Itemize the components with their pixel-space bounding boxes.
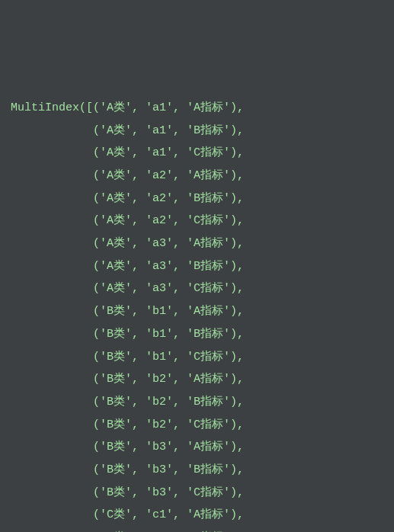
code-line: ('A类', 'a3', 'A指标'),	[11, 232, 383, 255]
code-line: ('B类', 'b1', 'A指标'),	[11, 300, 383, 323]
code-line: ('A类', 'a3', 'B指标'),	[11, 255, 383, 278]
code-line: ('C类', 'c1', 'A指标'),	[11, 504, 383, 527]
code-line: ('C类', 'c1', 'B指标'),	[11, 527, 383, 532]
code-line: ('B类', 'b2', 'C指标'),	[11, 414, 383, 437]
code-line: ('B类', 'b3', 'C指标'),	[11, 482, 383, 505]
code-line: ('A类', 'a1', 'B指标'),	[11, 120, 383, 143]
code-line: ('A类', 'a1', 'C指标'),	[11, 142, 383, 165]
code-output: MultiIndex([('A类', 'a1', 'A指标'), ('A类', …	[11, 97, 383, 532]
code-line: ('A类', 'a2', 'C指标'),	[11, 210, 383, 232]
code-line: MultiIndex([('A类', 'a1', 'A指标'),	[11, 97, 383, 120]
code-line: ('A类', 'a2', 'A指标'),	[11, 165, 383, 187]
code-line: ('B类', 'b3', 'B指标'),	[11, 459, 383, 482]
code-line: ('B类', 'b1', 'C指标'),	[11, 346, 383, 369]
code-line: ('B类', 'b2', 'A指标'),	[11, 368, 383, 391]
code-line: ('B类', 'b3', 'A指标'),	[11, 436, 383, 459]
code-line: ('B类', 'b2', 'B指标'),	[11, 391, 383, 414]
code-line: ('A类', 'a2', 'B指标'),	[11, 187, 383, 210]
code-line: ('A类', 'a3', 'C指标'),	[11, 277, 383, 300]
code-line: ('B类', 'b1', 'B指标'),	[11, 323, 383, 346]
